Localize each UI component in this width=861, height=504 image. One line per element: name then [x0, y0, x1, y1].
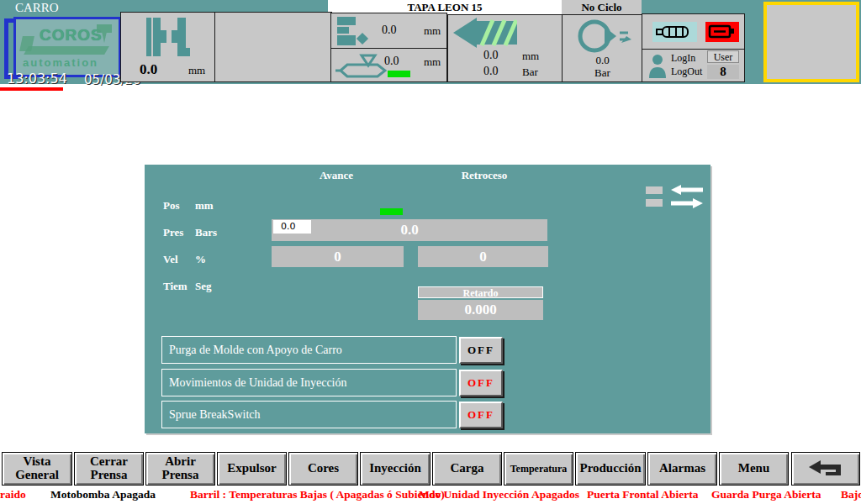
nav-cerrar-prensa[interactable]: Cerrar Prensa — [74, 452, 144, 486]
advance-arrow-icon — [671, 185, 703, 195]
direction-indicator-block — [646, 186, 663, 194]
logo-brand-text: COROS — [40, 26, 103, 45]
vel-advance-field[interactable]: 0 — [272, 246, 404, 267]
carriage-green-indicator — [388, 71, 410, 77]
retract-arrow-icon — [671, 198, 703, 208]
header-bar: CARRO COROS automation 13:03:54 05/03/26… — [0, 0, 861, 84]
retardo-field[interactable]: 0.000 — [418, 300, 543, 320]
login-logout-button[interactable]: LogIn LogOut — [642, 49, 705, 81]
status-item: Bajo N — [841, 488, 861, 501]
screw-pos-unit: mm — [522, 50, 539, 63]
status-item: raido — [0, 488, 26, 501]
row-label-tiem: Tiem — [163, 280, 188, 293]
retardo-value: 0.000 — [464, 302, 496, 318]
empty-panel — [214, 12, 332, 82]
status-item: Barril : Temperaturas Bajas ( Apagadas ó… — [190, 488, 445, 501]
vel-retract-field[interactable]: 0 — [418, 246, 548, 267]
rotation-unit: Bar — [563, 66, 642, 80]
row-unit-pos: mm — [195, 199, 214, 213]
alarm-status-bar: raido Motobomba Apagada Barril : Tempera… — [0, 486, 861, 504]
row-label-pos: Pos — [163, 199, 180, 213]
nav-vista-general[interactable]: Vista General — [2, 452, 72, 486]
nav-alarmas[interactable]: Alarmas — [647, 452, 717, 486]
ejector-unit: mm — [424, 24, 441, 38]
logo-swoosh — [24, 46, 109, 55]
status-item: Puerta Frontal Abierta — [587, 488, 698, 501]
nav-temperatura[interactable]: Temperatura — [504, 452, 573, 486]
logo-sub-text: automation — [23, 56, 98, 69]
screw-pos-value: 0.0 — [483, 49, 499, 62]
pres-advance-value: 0.0 — [400, 222, 418, 239]
row-unit-vel: % — [195, 253, 206, 266]
user-icon — [647, 53, 668, 78]
logout-label: LogOut — [671, 66, 702, 78]
nav-menu[interactable]: Menu — [719, 452, 789, 486]
toggle-button-movimientos[interactable]: OFF — [459, 370, 503, 396]
carro-settings-panel: Avance Retroceso Pos mm Pres Bars Vel % … — [145, 165, 710, 433]
row-unit-tiem: Seg — [195, 280, 212, 293]
toggle-button-sprue[interactable]: OFF — [459, 402, 503, 428]
carriage-icon — [335, 54, 387, 79]
toggle-button-purga[interactable]: OFF — [459, 337, 503, 364]
pres-setpoint-input[interactable]: 0.0 — [273, 220, 311, 234]
barrel-outline-icon — [652, 22, 697, 42]
nav-back-button[interactable] — [791, 452, 860, 486]
screw-panel: 0.0 mm 0.0 Bar — [447, 14, 563, 82]
purge-mode-button[interactable] — [652, 22, 697, 42]
nav-abrir-prensa[interactable]: Abrir Prensa — [145, 452, 215, 486]
nav-cores[interactable]: Cores — [288, 452, 358, 486]
toggle-label-movimientos: Movimientos de Unidad de Inyección — [161, 369, 457, 396]
clock-time: 13:03:54 — [7, 71, 67, 87]
coros-logo: COROS automation — [13, 17, 121, 77]
direction-indicator-block — [646, 199, 663, 207]
nav-produccion[interactable]: Producción — [575, 452, 646, 486]
panel-divider — [331, 48, 446, 49]
pos-green-indicator — [380, 208, 403, 215]
advance-column-header: Avance — [303, 169, 370, 182]
mold-icon — [145, 18, 192, 56]
mold-position-panel: 0.0 mm — [120, 12, 216, 82]
hmi-screen: CARRO COROS automation 13:03:54 05/03/26… — [0, 0, 861, 504]
status-item: Guarda Purga Abierta — [711, 488, 821, 501]
alarm-ticker-fragment — [0, 87, 63, 91]
carriage-unit: mm — [424, 55, 441, 69]
cycle-status: No Ciclo — [562, 0, 642, 15]
nav-inyeccion[interactable]: Inyección — [360, 452, 430, 486]
ejector-icon — [337, 17, 371, 45]
pres-advance-field[interactable]: 0.0 — [272, 219, 547, 241]
vel-retract-value: 0 — [479, 249, 487, 265]
rotation-icon — [574, 18, 633, 55]
toggle-label-purga: Purga de Molde con Apoyo de Carro — [161, 336, 457, 364]
screw-pressure-unit: Bar — [522, 66, 538, 79]
mold-position-unit: mm — [188, 64, 205, 77]
page-title: CARRO — [15, 1, 59, 15]
rotation-value: 0.0 — [563, 54, 642, 67]
row-unit-pres: Bars — [195, 226, 217, 239]
nav-carga[interactable]: Carga — [432, 452, 502, 486]
nav-expulsor[interactable]: Expulsor — [217, 452, 287, 486]
user-level-value: 8 — [707, 65, 739, 79]
purge-login-panel: LogIn LogOut User 8 — [642, 13, 745, 82]
status-item: Mov Unidad Inyección Apagados — [419, 488, 579, 501]
barrel-red-icon — [705, 22, 739, 42]
row-label-pres: Pres — [163, 226, 183, 239]
login-label: LogIn — [671, 52, 695, 65]
status-item: Motobomba Apagada — [50, 488, 156, 501]
toggle-label-sprue: Sprue BreakSwitch — [161, 401, 457, 428]
purge-active-button[interactable] — [705, 22, 739, 42]
ejector-value: 0.0 — [382, 24, 397, 37]
carriage-value: 0.0 — [384, 55, 399, 68]
screw-pressure-value: 0.0 — [483, 65, 499, 78]
screw-retract-icon — [453, 18, 517, 48]
retract-column-header: Retroceso — [446, 169, 522, 182]
rotation-panel: 0.0 Bar — [562, 14, 643, 82]
retardo-label: Retardo — [418, 286, 543, 298]
vel-advance-value: 0 — [334, 249, 341, 265]
user-level-label: User — [707, 50, 739, 63]
ejector-carriage-panel: 0.0 mm 0.0 mm — [330, 13, 447, 82]
back-arrow-icon — [807, 459, 844, 478]
mold-position-value: 0.0 — [140, 61, 157, 78]
row-label-vel: Vel — [163, 253, 178, 266]
yellow-frame-box — [763, 2, 859, 82]
